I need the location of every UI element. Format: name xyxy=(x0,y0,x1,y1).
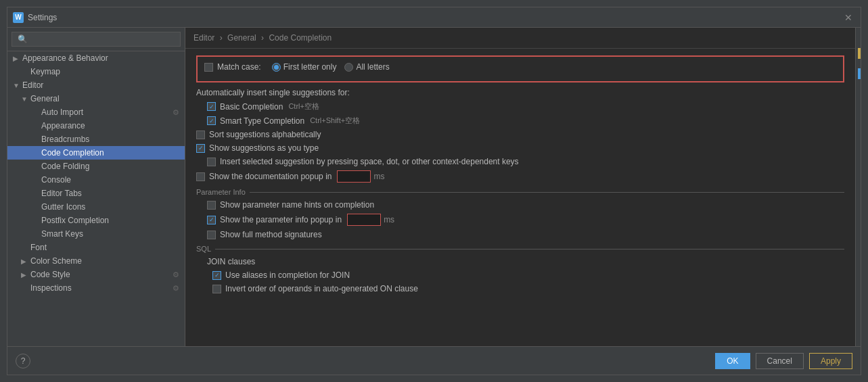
sidebar-item-keymap[interactable]: Keymap xyxy=(7,65,185,78)
all-letters-radio[interactable] xyxy=(344,63,353,72)
basic-completion-row: Basic Completion Ctrl+空格 xyxy=(207,101,844,112)
show-param-hints-label: Show parameter name hints on completion xyxy=(220,200,374,210)
sidebar-item-code-style[interactable]: ▶ Code Style ⚙ xyxy=(7,268,185,281)
sort-alphabetically-row: Sort suggestions alphabetically xyxy=(196,130,844,139)
cancel-button[interactable]: Cancel xyxy=(756,353,804,369)
arrow-icon: ▶ xyxy=(13,55,20,62)
show-suggestions-row: Show suggestions as you type xyxy=(196,143,844,153)
basic-completion-label: Basic Completion xyxy=(220,102,283,112)
use-aliases-label: Use aliases in completion for JOIN xyxy=(225,270,350,280)
sidebar-item-font[interactable]: Font xyxy=(7,241,185,254)
right-bar xyxy=(855,28,861,346)
sidebar-item-smart-keys[interactable]: Smart Keys xyxy=(7,227,185,241)
match-case-section: Match case: First letter only All letter… xyxy=(196,55,844,82)
smart-completion-label: Smart Type Completion xyxy=(220,116,304,126)
dialog-footer: ? OK Cancel Apply xyxy=(7,346,861,375)
content-area: Match case: First letter only All letter… xyxy=(185,49,855,346)
sort-alphabetically-checkbox[interactable] xyxy=(196,130,205,139)
sidebar-item-breadcrumbs[interactable]: Breadcrumbs xyxy=(7,133,185,146)
right-bar-marker-blue xyxy=(858,68,861,79)
main-content: Editor › General › Code Completion Match… xyxy=(185,28,855,346)
sidebar-item-auto-import[interactable]: Auto Import ⚙ xyxy=(7,105,185,119)
doc-popup-input[interactable]: 1000 xyxy=(337,170,371,183)
smart-shortcut: Ctrl+Shift+空格 xyxy=(310,116,360,126)
arrow-icon: ▼ xyxy=(13,82,20,89)
sidebar-item-color-scheme[interactable]: ▶ Color Scheme xyxy=(7,254,185,268)
sort-alphabetically-label: Sort suggestions alphabetically xyxy=(209,130,321,139)
invert-order-row: Invert order of operands in auto-generat… xyxy=(212,284,844,293)
settings-badge: ⚙ xyxy=(173,108,179,117)
invert-order-label: Invert order of operands in auto-generat… xyxy=(225,284,418,293)
show-full-signatures-checkbox[interactable] xyxy=(207,231,216,239)
basic-shortcut: Ctrl+空格 xyxy=(288,101,319,112)
dialog-title: Settings xyxy=(28,13,57,22)
auto-insert-label-row: Automatically insert single suggestions … xyxy=(196,88,844,97)
ok-button[interactable]: OK xyxy=(715,353,750,369)
insert-suggestion-row: Insert selected suggestion by pressing s… xyxy=(207,157,844,166)
match-case-label: Match case: xyxy=(217,62,261,72)
sql-divider: SQL xyxy=(196,245,844,253)
use-aliases-row: Use aliases in completion for JOIN xyxy=(212,270,844,280)
show-doc-popup-checkbox[interactable] xyxy=(196,172,205,181)
dialog-body: ▶ Appearance & Behavior Keymap ▼ Editor … xyxy=(7,28,861,346)
help-button[interactable]: ? xyxy=(16,354,30,368)
sidebar-item-general[interactable]: ▼ General xyxy=(7,92,185,105)
sidebar-item-appearance[interactable]: Appearance xyxy=(7,119,185,133)
use-aliases-checkbox[interactable] xyxy=(212,271,221,280)
sidebar: ▶ Appearance & Behavior Keymap ▼ Editor … xyxy=(7,28,185,346)
sidebar-item-code-completion[interactable]: Code Completion xyxy=(7,146,185,160)
param-popup-input[interactable]: 1000 xyxy=(347,214,381,226)
first-letter-radio[interactable] xyxy=(272,63,281,72)
search-box xyxy=(7,28,185,51)
arrow-icon: ▶ xyxy=(21,258,28,265)
invert-order-checkbox[interactable] xyxy=(212,285,221,293)
show-suggestions-label: Show suggestions as you type xyxy=(209,143,319,153)
sidebar-item-postfix-completion[interactable]: Postfix Completion xyxy=(7,214,185,227)
insert-suggestion-label: Insert selected suggestion by pressing s… xyxy=(220,157,519,166)
auto-insert-label: Automatically insert single suggestions … xyxy=(196,88,350,97)
arrow-icon: ▼ xyxy=(21,95,28,103)
show-param-hints-row: Show parameter name hints on completion xyxy=(207,200,844,210)
doc-popup-ms: ms xyxy=(373,172,384,181)
show-param-popup-label: Show the parameter info popup in xyxy=(220,215,342,224)
app-icon: W xyxy=(13,12,24,23)
join-clauses-label-row: JOIN clauses xyxy=(207,257,844,266)
smart-completion-row: Smart Type Completion Ctrl+Shift+空格 xyxy=(207,116,844,126)
show-full-signatures-row: Show full method signatures xyxy=(207,230,844,239)
right-bar-marker-yellow xyxy=(858,48,861,59)
param-popup-ms: ms xyxy=(384,215,394,224)
sidebar-item-inspections[interactable]: Inspections ⚙ xyxy=(7,281,185,295)
join-clauses-label: JOIN clauses xyxy=(207,257,255,266)
match-case-checkbox[interactable] xyxy=(204,63,213,72)
settings-badge: ⚙ xyxy=(173,284,179,293)
param-info-divider: Parameter Info xyxy=(196,188,844,196)
title-bar: W Settings ✕ xyxy=(7,7,861,28)
all-letters-label: All letters xyxy=(356,62,389,72)
show-param-hints-checkbox[interactable] xyxy=(207,201,216,210)
show-param-popup-row: Show the parameter info popup in 1000 ms xyxy=(207,214,844,226)
breadcrumb: Editor › General › Code Completion xyxy=(185,28,855,49)
show-param-popup-checkbox[interactable] xyxy=(207,216,216,224)
settings-dialog: W Settings ✕ ▶ Appearance & Behavior Key… xyxy=(7,7,861,375)
sidebar-item-console[interactable]: Console xyxy=(7,173,185,187)
sidebar-item-editor[interactable]: ▼ Editor xyxy=(7,78,185,92)
insert-suggestion-checkbox[interactable] xyxy=(207,158,216,166)
settings-badge: ⚙ xyxy=(173,270,179,279)
smart-completion-checkbox[interactable] xyxy=(207,116,216,125)
sidebar-item-appearance-behavior[interactable]: ▶ Appearance & Behavior xyxy=(7,51,185,65)
arrow-icon: ▶ xyxy=(21,271,28,279)
search-input[interactable] xyxy=(12,32,181,47)
close-button[interactable]: ✕ xyxy=(842,11,855,24)
show-doc-popup-label: Show the documentation popup in xyxy=(209,172,332,181)
sidebar-item-editor-tabs[interactable]: Editor Tabs xyxy=(7,187,185,200)
show-full-signatures-label: Show full method signatures xyxy=(220,230,322,239)
match-case-row: Match case: First letter only All letter… xyxy=(204,62,836,72)
sidebar-item-gutter-icons[interactable]: Gutter Icons xyxy=(7,200,185,214)
apply-button[interactable]: Apply xyxy=(809,353,852,369)
show-doc-popup-row: Show the documentation popup in 1000 ms xyxy=(196,170,844,183)
basic-completion-checkbox[interactable] xyxy=(207,102,216,111)
sidebar-item-code-folding[interactable]: Code Folding xyxy=(7,160,185,173)
first-letter-label: First letter only xyxy=(283,62,337,72)
show-suggestions-checkbox[interactable] xyxy=(196,144,205,153)
